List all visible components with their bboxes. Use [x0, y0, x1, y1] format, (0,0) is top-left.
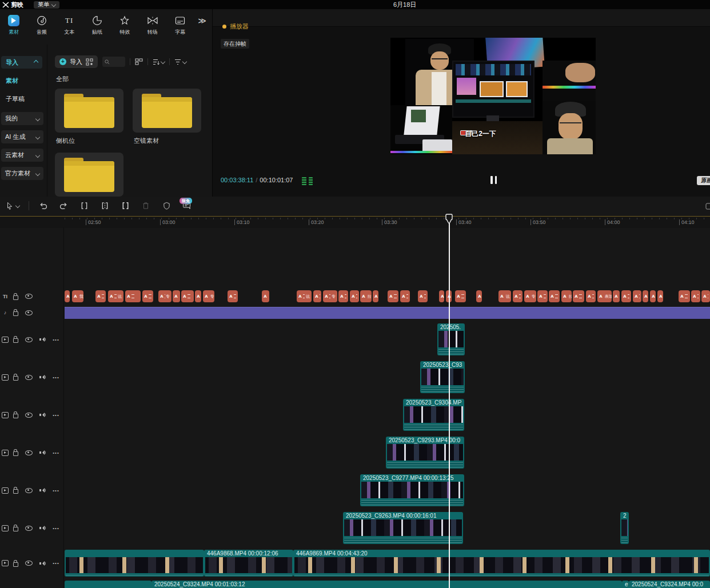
- video-clip[interactable]: 20250523_C9304.MP: [403, 399, 464, 431]
- tab-text[interactable]: TI文本: [55, 13, 83, 43]
- text-clip[interactable]: A: [418, 290, 428, 302]
- eye-icon[interactable]: [25, 294, 33, 299]
- more-icon[interactable]: •••: [53, 450, 59, 455]
- speaker-icon[interactable]: [39, 412, 46, 418]
- text-clip[interactable]: A表现: [597, 290, 612, 302]
- speaker-icon[interactable]: [39, 487, 46, 493]
- text-clip[interactable]: A: [195, 290, 201, 302]
- timeline-ruler[interactable]: 02:5003:0003:1003:2003:3003:4003:5004:00…: [0, 216, 710, 228]
- search-input[interactable]: [102, 57, 125, 67]
- text-clip[interactable]: A: [613, 290, 620, 302]
- folder-tile[interactable]: [55, 89, 123, 133]
- text-clip[interactable]: A: [439, 290, 444, 302]
- sidebar-group-2[interactable]: 云素材: [1, 149, 43, 162]
- eye-icon[interactable]: [25, 337, 33, 342]
- qr-import-icon[interactable]: [86, 58, 93, 66]
- video-clip[interactable]: [65, 550, 204, 577]
- video-clip[interactable]: 20250524_C9324.MP4 00:0: [629, 581, 710, 588]
- text-clip[interactable]: A专: [524, 290, 536, 302]
- eye-icon[interactable]: [25, 413, 33, 418]
- speaker-icon[interactable]: [39, 525, 46, 531]
- speaker-icon[interactable]: [39, 561, 46, 566]
- text-clip[interactable]: A: [621, 290, 631, 302]
- filter-button[interactable]: [174, 59, 186, 65]
- import-button[interactable]: + 导入: [55, 55, 98, 68]
- tab-sticker[interactable]: 贴纸: [83, 13, 111, 43]
- undo-button[interactable]: [37, 199, 49, 212]
- eye-icon[interactable]: [25, 526, 33, 531]
- video-clip[interactable]: 446A9869.MP4 00:04:43:20: [293, 550, 710, 577]
- text-clip[interactable]: A: [549, 290, 560, 302]
- folder-tile[interactable]: [133, 89, 201, 133]
- sort-button[interactable]: [153, 59, 165, 65]
- sidebar-item-media[interactable]: 素材: [6, 77, 18, 85]
- text-clip[interactable]: A: [537, 290, 548, 302]
- pause-button[interactable]: [490, 176, 498, 184]
- video-clip[interactable]: e: [622, 581, 629, 588]
- text-clip[interactable]: A: [95, 290, 106, 302]
- lock-icon[interactable]: [13, 311, 18, 316]
- text-clip[interactable]: A我: [72, 290, 83, 302]
- lock-icon[interactable]: [13, 451, 18, 456]
- lock-icon[interactable]: [13, 295, 18, 300]
- tab-effects[interactable]: 特效: [111, 13, 139, 43]
- video-clip[interactable]: 20250523_C93: [420, 361, 465, 393]
- eye-icon[interactable]: [25, 488, 33, 493]
- eye-icon[interactable]: [25, 561, 33, 566]
- text-clip[interactable]: A: [657, 290, 663, 302]
- split-right-button[interactable]: [119, 199, 131, 212]
- eye-icon[interactable]: [25, 375, 33, 380]
- text-clip[interactable]: A: [181, 290, 194, 302]
- text-clip[interactable]: A专: [203, 290, 214, 302]
- text-clip[interactable]: A: [513, 290, 522, 302]
- more-icon[interactable]: •••: [53, 337, 59, 342]
- tab-more[interactable]: ≫: [194, 13, 210, 43]
- tab-captions[interactable]: 字幕: [166, 13, 194, 43]
- tab-media[interactable]: 素材: [0, 13, 28, 43]
- video-clip[interactable]: [65, 581, 151, 588]
- more-icon[interactable]: •••: [53, 526, 59, 531]
- text-clip[interactable]: A: [691, 290, 700, 302]
- lock-icon[interactable]: [13, 489, 18, 494]
- playhead[interactable]: [449, 216, 450, 588]
- video-clip[interactable]: 20250524_C9324.MP4 00:01:03:12: [151, 581, 622, 588]
- text-clip[interactable]: A: [573, 290, 584, 302]
- sidebar-group-3[interactable]: 官方素材: [1, 167, 43, 180]
- speaker-icon[interactable]: [39, 337, 46, 342]
- folder-tile[interactable]: [55, 153, 123, 197]
- more-icon[interactable]: •••: [53, 488, 59, 493]
- sidebar-group-1[interactable]: AI 生成: [1, 130, 43, 143]
- sidebar-item-draft[interactable]: 子草稿: [6, 95, 25, 103]
- lock-icon[interactable]: [13, 414, 18, 418]
- tab-audio[interactable]: 音频: [28, 13, 56, 43]
- text-clip[interactable]: A: [643, 290, 648, 302]
- timeline-settings-icon[interactable]: [705, 202, 710, 210]
- text-clip[interactable]: A拉: [561, 290, 572, 302]
- text-clip[interactable]: A: [228, 290, 238, 302]
- text-clip[interactable]: A: [65, 290, 70, 302]
- split-button[interactable]: [98, 199, 111, 212]
- text-clip[interactable]: A: [373, 290, 378, 302]
- speaker-icon[interactable]: [39, 374, 46, 380]
- delete-button[interactable]: [139, 199, 152, 212]
- original-quality-button[interactable]: 原画: [697, 176, 710, 185]
- text-clip[interactable]: A: [400, 290, 410, 302]
- lock-icon[interactable]: [13, 376, 18, 381]
- text-clip[interactable]: A: [679, 290, 690, 302]
- more-icon[interactable]: •••: [53, 561, 59, 566]
- more-icon[interactable]: •••: [53, 413, 59, 418]
- text-clip[interactable]: A: [338, 290, 348, 302]
- text-clip[interactable]: A: [313, 290, 321, 302]
- sidebar-group-0[interactable]: 我的: [1, 112, 43, 125]
- video-clip[interactable]: 2: [620, 512, 629, 544]
- text-clip[interactable]: A说: [108, 290, 123, 302]
- lock-icon[interactable]: [13, 338, 18, 343]
- redo-button[interactable]: [57, 199, 70, 212]
- text-clip[interactable]: A拉: [360, 290, 372, 302]
- tab-transitions[interactable]: 转场: [139, 13, 167, 43]
- select-tool-button[interactable]: [4, 199, 21, 212]
- chevron-down-icon[interactable]: [15, 203, 20, 208]
- video-clip[interactable]: 202505.: [437, 323, 465, 355]
- audio-track-clip[interactable]: [65, 307, 710, 319]
- text-clip[interactable]: A说: [297, 290, 312, 302]
